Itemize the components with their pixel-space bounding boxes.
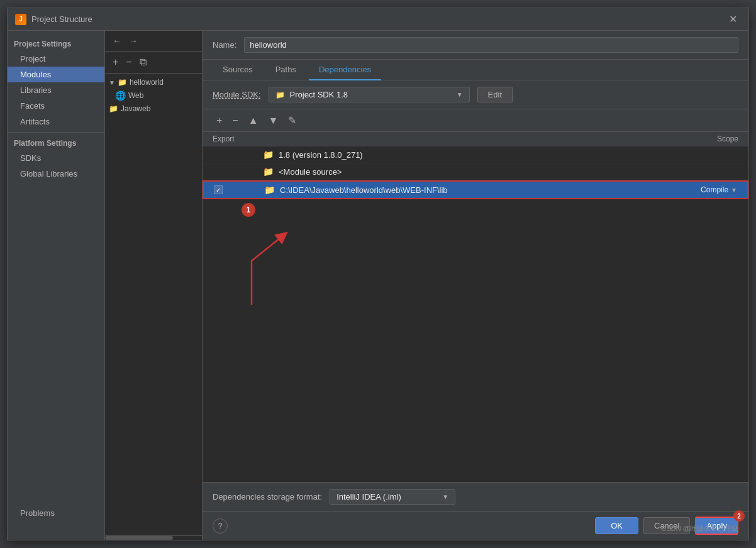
lib-scope-text: Compile [701,185,728,194]
badge-2: 2 [733,510,745,522]
dep-toolbar: + − ▲ ▼ ✎ [203,109,748,132]
tab-dependencies[interactable]: Dependencies [309,60,381,80]
web-icon: 🌐 [115,90,126,101]
dep-row-sdk[interactable]: 📁 1.8 (version 1.8.0_271) [203,146,748,163]
right-panel: Name: Sources Paths Dependencies Module … [203,31,748,540]
dep-scope-lib[interactable]: Compile ▼ [674,185,737,194]
project-settings-label: Project Settings [8,36,104,51]
back-button[interactable]: ← [110,35,124,47]
folder-icon-javaweb: 📁 [109,104,118,113]
sidebar-item-modules[interactable]: Modules [8,67,104,82]
header-scope: Scope [675,134,738,143]
tree-copy-button[interactable]: ⧉ [137,55,149,69]
sdk-row-icon: 📁 [263,150,274,160]
storage-format-value: IntelliJ IDEA (.iml) [336,492,437,501]
dep-row-module-source[interactable]: 📁 <Module source> [203,163,748,180]
dep-edit-button[interactable]: ✎ [284,113,300,128]
name-row: Name: [203,31,748,60]
main-content: Project Settings Project Modules Librari… [8,31,748,540]
module-source-icon: 📁 [263,167,274,177]
tree-arrow-helloworld: ▼ [109,79,115,86]
ok-button[interactable]: OK [595,517,638,534]
title-bar-left: J Project Structure [15,14,92,25]
dep-name-module-source: 📁 <Module source> [263,167,675,177]
module-source-name: <Module source> [279,167,342,177]
tabs-bar: Sources Paths Dependencies [203,60,748,80]
forward-button[interactable]: → [126,35,140,47]
sdk-dropdown-arrow: ▼ [457,91,463,98]
lib-folder-icon: 📁 [264,185,275,195]
folder-icon-helloworld: 📁 [118,78,127,87]
storage-format-label: Dependencies storage format: [213,492,322,501]
sidebar-item-project[interactable]: Project [8,51,104,67]
dep-row-lib[interactable]: ✓ 📁 C:\IDEA\Javaweb\helloworld\web\WEB-I… [203,180,748,199]
name-label: Name: [213,40,236,50]
sidebar: Project Settings Project Modules Librari… [8,31,105,540]
storage-format-dropdown[interactable]: IntelliJ IDEA (.iml) ▼ [330,489,455,505]
badge-1: 1 [242,203,255,217]
lib-scope-arrow[interactable]: ▼ [731,187,737,194]
storage-format-arrow: ▼ [442,493,448,500]
edit-button[interactable]: Edit [477,87,513,102]
tree-label-web: Web [128,91,143,100]
dep-name-lib: 📁 C:\IDEA\Javaweb\helloworld\web\WEB-INF… [264,185,674,195]
sidebar-item-problems[interactable]: Problems [8,505,104,521]
tree-toolbar: + − ⧉ [105,52,202,74]
dep-up-button[interactable]: ▲ [245,114,262,128]
red-arrow-annotation [233,229,308,313]
dep-remove-button[interactable]: − [228,114,242,128]
tree-content: ▼ 📁 helloworld 🌐 Web 📁 Javaweb [105,74,202,535]
platform-settings-label: Platform Settings [8,135,104,150]
dep-table: Export Scope 📁 1.8 (version 1.8.0_271) [203,132,748,482]
watermark: CSDN @叶缘体不忘呼吸 [662,524,738,534]
dep-add-button[interactable]: + [213,114,226,128]
tree-remove-button[interactable]: − [123,55,134,69]
lib-name: C:\IDEA\Javaweb\helloworld\web\WEB-INF\l… [280,185,448,195]
dep-check-lib[interactable]: ✓ [214,185,264,194]
tree-item-web[interactable]: 🌐 Web [105,89,202,102]
sidebar-item-sdks[interactable]: SDKs [8,150,104,166]
sdk-folder-icon: 📁 [275,90,285,99]
module-sdk-label: Module SDK: [213,90,261,99]
sidebar-item-facets[interactable]: Facets [8,98,104,114]
sdk-select-dropdown[interactable]: 📁 Project SDK 1.8 ▼ [269,87,470,102]
title-bar: J Project Structure ✕ [8,8,748,31]
dialog-title: Project Structure [31,14,92,24]
sidebar-divider [8,132,104,133]
project-structure-dialog: J Project Structure ✕ Project Settings P… [7,8,749,540]
app-icon: J [15,14,26,25]
tree-label-javaweb: Javaweb [121,104,150,113]
bottom-storage-area: Dependencies storage format: IntelliJ ID… [203,482,748,511]
dep-table-header: Export Scope [203,132,748,146]
name-input[interactable] [244,37,738,53]
close-button[interactable]: ✕ [725,12,741,26]
tree-add-button[interactable]: + [110,55,121,69]
sidebar-item-libraries[interactable]: Libraries [8,82,104,98]
sdk-row-name: 1.8 (version 1.8.0_271) [279,150,363,160]
sidebar-item-artifacts[interactable]: Artifacts [8,114,104,129]
tab-sources[interactable]: Sources [213,60,263,80]
header-export: Export [213,134,263,143]
tab-paths[interactable]: Paths [265,60,306,80]
help-button[interactable]: ? [213,518,228,534]
sdk-row: Module SDK: 📁 Project SDK 1.8 ▼ Edit [203,80,748,109]
dep-checkbox-lib[interactable]: ✓ [214,185,223,194]
dep-name-sdk: 📁 1.8 (version 1.8.0_271) [263,150,675,160]
dep-down-button[interactable]: ▼ [265,114,282,128]
sdk-value: Project SDK 1.8 [290,90,452,99]
tree-item-javaweb[interactable]: 📁 Javaweb [105,102,202,115]
nav-arrows: ← → [105,31,202,52]
tree-label-helloworld: helloworld [130,78,164,87]
sidebar-item-global-libraries[interactable]: Global Libraries [8,166,104,182]
tree-item-helloworld[interactable]: ▼ 📁 helloworld [105,76,202,89]
tree-panel: ← → + − ⧉ ▼ 📁 helloworld 🌐 Web [105,31,203,540]
